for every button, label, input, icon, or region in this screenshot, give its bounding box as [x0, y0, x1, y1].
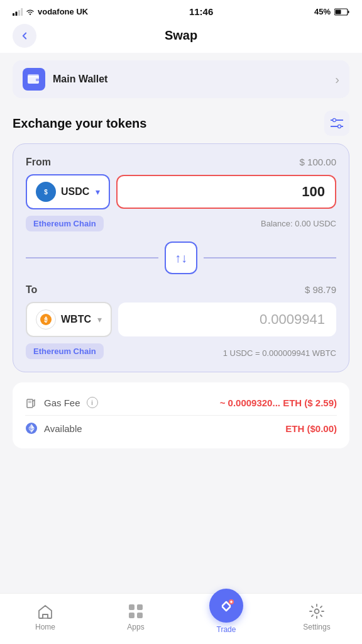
svg-point-13 [333, 119, 336, 122]
gas-section: Gas Fee i ~ 0.0009320... ETH ($ 2.59) Av… [13, 382, 349, 448]
svg-text:$: $ [44, 189, 48, 196]
from-token-chevron-icon: ▾ [96, 187, 100, 197]
usdc-icon: $ [36, 182, 56, 202]
from-token-name: USDC [61, 186, 89, 197]
wallet-icon [23, 68, 45, 91]
filter-icon [331, 118, 343, 129]
svg-rect-9 [28, 74, 39, 77]
wallet-chevron-icon: › [335, 72, 339, 87]
usdc-svg: $ [40, 186, 52, 198]
home-icon [36, 602, 54, 620]
settings-label: Settings [303, 623, 330, 631]
svg-rect-29 [129, 613, 134, 618]
to-token-select[interactable]: ₿ WBTC ▾ [26, 302, 112, 337]
swap-card: From $ 100.00 $ USDC ▾ Ethereum Chain Ba… [13, 143, 349, 372]
status-time: 11:46 [189, 6, 213, 17]
divider [25, 415, 337, 416]
svg-rect-27 [129, 604, 134, 610]
svg-rect-28 [137, 604, 143, 610]
from-token-row: $ USDC ▾ [26, 174, 336, 209]
from-usd: $ 100.00 [300, 157, 336, 168]
svg-point-4 [30, 13, 31, 14]
status-bar: vodafone UK 11:46 45% [0, 0, 362, 21]
svg-rect-0 [13, 13, 14, 16]
to-label: To [26, 284, 37, 296]
svg-rect-1 [16, 11, 18, 16]
svg-rect-7 [335, 9, 341, 14]
from-chain-badge: Ethereum Chain [26, 216, 104, 231]
svg-rect-30 [137, 613, 143, 618]
svg-rect-19 [27, 399, 33, 408]
wbtc-icon: ₿ [36, 309, 56, 330]
from-header: From $ 100.00 [26, 157, 336, 168]
page-header: Swap [0, 21, 362, 53]
svg-rect-6 [348, 11, 349, 13]
settings-icon [308, 602, 326, 620]
nav-apps[interactable]: Apps [114, 602, 158, 631]
exchange-rate: 1 USDC = 0.000009941 WBTC [223, 348, 336, 358]
nav-settings[interactable]: Settings [295, 602, 339, 631]
section-header: Exchange your tokens [0, 106, 362, 143]
swap-line-right [204, 257, 336, 258]
home-label: Home [35, 623, 55, 631]
swap-direction-button[interactable]: ↑↓ [165, 242, 197, 274]
section-title: Exchange your tokens [13, 116, 146, 131]
svg-rect-3 [21, 8, 23, 16]
signal-icon [13, 8, 23, 16]
gas-left: Gas Fee i [25, 396, 98, 409]
gas-info-icon[interactable]: i [87, 397, 98, 408]
to-token-chevron-icon: ▾ [97, 314, 102, 325]
status-carrier: vodafone UK [13, 7, 88, 16]
wallet-svg-icon [28, 74, 40, 84]
gas-fee-value: ~ 0.0009320... ETH ($ 2.59) [220, 397, 337, 408]
wbtc-svg: ₿ [40, 313, 52, 326]
svg-rect-2 [18, 10, 20, 16]
avail-left: Available [25, 422, 82, 435]
svg-rect-20 [28, 401, 31, 403]
to-token-row: ₿ WBTC ▾ 0.0009941 [26, 302, 336, 337]
trade-label: Trade [217, 625, 236, 634]
svg-rect-26 [43, 614, 48, 618]
to-usd: $ 98.79 [305, 284, 336, 296]
back-button[interactable] [13, 24, 36, 48]
apps-label: Apps [127, 623, 144, 631]
page-title: Swap [165, 28, 197, 43]
to-chain-badge: Ethereum Chain [26, 343, 104, 359]
gas-pump-icon [25, 396, 38, 409]
from-chain-row: Ethereum Chain Balance: 0.00 USDC [26, 216, 336, 231]
svg-point-32 [315, 609, 319, 614]
gas-row: Gas Fee i ~ 0.0009320... ETH ($ 2.59) [25, 392, 337, 413]
available-row: Available ETH ($0.00) [25, 418, 337, 438]
wallet-selector[interactable]: Main Wallet › [13, 60, 349, 98]
wifi-icon [25, 8, 35, 16]
back-icon [19, 30, 30, 42]
wallet-left: Main Wallet [23, 68, 107, 91]
eth-icon [25, 422, 38, 435]
from-token-select[interactable]: $ USDC ▾ [26, 174, 110, 209]
svg-text:₿: ₿ [44, 316, 48, 323]
from-label: From [26, 157, 51, 168]
trade-icon [209, 589, 243, 623]
battery-icon [334, 8, 349, 16]
svg-point-14 [338, 125, 341, 128]
wallet-name: Main Wallet [53, 74, 107, 85]
status-battery: 45% [314, 7, 349, 16]
bottom-nav: Home Apps Trade [0, 593, 362, 644]
to-token-name: WBTC [61, 314, 91, 325]
swap-direction-wrap: ↑↓ [26, 242, 336, 274]
nav-home[interactable]: Home [23, 602, 67, 631]
available-label: Available [44, 423, 82, 434]
from-amount-input[interactable] [116, 175, 336, 209]
to-amount-display: 0.0009941 [118, 303, 336, 336]
filter-button[interactable] [324, 111, 349, 136]
gas-fee-label: Gas Fee [44, 397, 80, 408]
available-value: ETH ($0.00) [285, 423, 337, 434]
svg-rect-10 [36, 79, 39, 81]
to-chain-row: Ethereum Chain 1 USDC = 0.000009941 WBTC [26, 343, 336, 359]
apps-icon [127, 602, 145, 620]
swap-line-left [26, 257, 158, 258]
from-balance: Balance: 0.00 USDC [261, 219, 336, 228]
nav-trade[interactable]: Trade [204, 600, 248, 634]
to-header: To $ 98.79 [26, 284, 336, 296]
